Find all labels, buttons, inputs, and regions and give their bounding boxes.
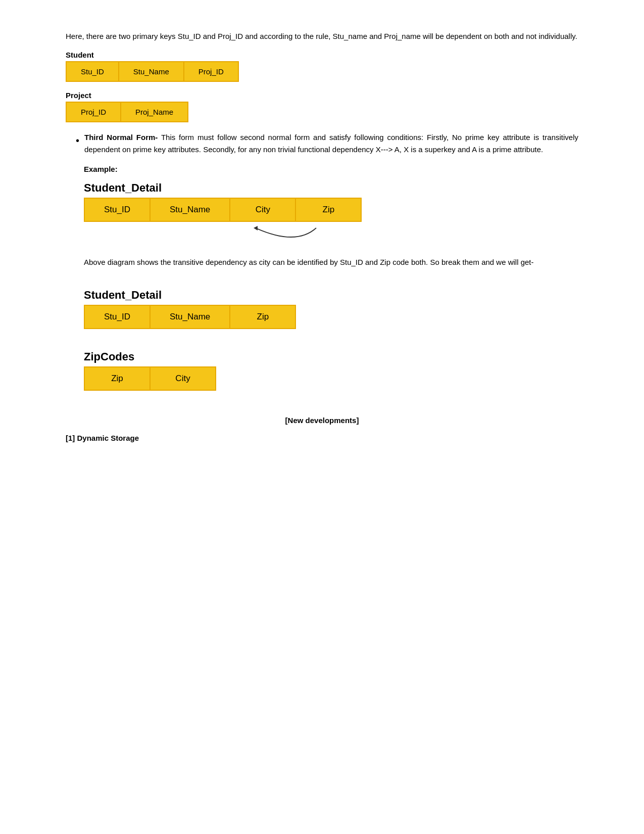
project-cell-projname: Proj_Name: [121, 102, 188, 122]
sd1-cell-city: City: [230, 198, 295, 221]
student-detail-2-diagram: Student_Detail Stu_ID Stu_Name Zip: [84, 289, 578, 329]
student-row: Stu_ID Stu_Name Proj_ID: [66, 61, 239, 82]
student-detail-2-row: Stu_ID Stu_Name Zip: [84, 305, 296, 329]
sd1-cell-zip: Zip: [295, 198, 361, 221]
zipcodes-title: ZipCodes: [84, 350, 578, 363]
project-diagram: Project Proj_ID Proj_Name: [66, 91, 578, 122]
bullet-item-tnf: • Third Normal Form- This form must foll…: [76, 131, 578, 156]
bullet-content: This form must follow second normal form…: [84, 133, 578, 154]
student-cell-stuid: Stu_ID: [66, 62, 119, 81]
zip-cell-zip: Zip: [84, 367, 150, 390]
sd2-cell-zip: Zip: [230, 305, 295, 329]
example-label: Example:: [84, 165, 578, 173]
sd1-cell-stuname: Stu_Name: [150, 198, 230, 221]
bullet-label: Third Normal Form-: [84, 133, 158, 142]
bullet-text: Third Normal Form- This form must follow…: [84, 131, 578, 156]
project-row: Proj_ID Proj_Name: [66, 102, 188, 122]
arrow-svg: [84, 224, 357, 248]
sd1-cell-stuid: Stu_ID: [84, 198, 150, 221]
student-cell-stuname: Stu_Name: [119, 62, 184, 81]
zip-cell-city: City: [150, 367, 216, 390]
project-title: Project: [66, 91, 578, 100]
project-cell-projid: Proj_ID: [66, 102, 121, 122]
student-cell-projid: Proj_ID: [184, 62, 238, 81]
transitive-note: Above diagram shows the transitive depen…: [84, 256, 578, 268]
student-detail-1-title: Student_Detail: [84, 181, 578, 195]
footer-ref: [1] Dynamic Storage: [66, 434, 578, 442]
student-detail-1-diagram: Student_Detail Stu_ID Stu_Name City Zip: [84, 181, 578, 248]
intro-paragraph: Here, there are two primary keys Stu_ID …: [66, 30, 578, 42]
zipcodes-diagram: ZipCodes Zip City: [84, 350, 578, 391]
sd2-cell-stuid: Stu_ID: [84, 305, 150, 329]
transitive-arrow: [84, 224, 357, 248]
new-developments: [New developments]: [66, 416, 578, 425]
student-detail-2-title: Student_Detail: [84, 289, 578, 302]
student-detail-1-row: Stu_ID Stu_Name City Zip: [84, 198, 362, 222]
student-diagram: Student Stu_ID Stu_Name Proj_ID: [66, 51, 578, 82]
svg-marker-0: [254, 226, 258, 230]
bullet-section: • Third Normal Form- This form must foll…: [76, 131, 578, 156]
sd2-cell-stuname: Stu_Name: [150, 305, 230, 329]
bullet-dot: •: [76, 132, 79, 149]
zipcodes-row: Zip City: [84, 366, 216, 391]
student-title: Student: [66, 51, 578, 59]
